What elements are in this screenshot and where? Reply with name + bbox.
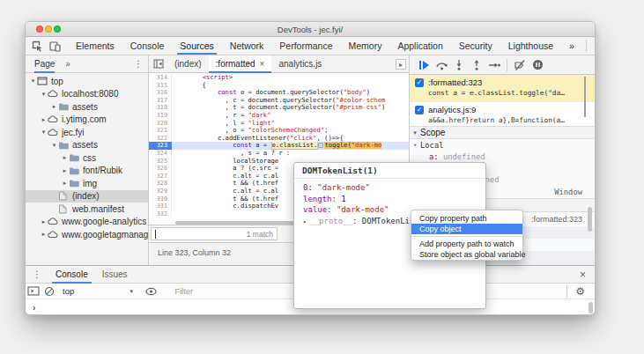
line-number[interactable]: 330 [149,195,172,203]
tab-lighthouse[interactable]: Lighthouse [500,37,561,55]
line-number[interactable]: 325 [149,158,172,166]
scope-variable-row[interactable]: a: undefined [410,151,596,162]
console-sidebar-toggle-icon[interactable] [26,285,41,298]
chevron-down-icon: ▾ [40,91,48,98]
tree-item--index-[interactable]: (index) [26,190,148,203]
menu-item-copy-property-path[interactable]: Copy property path [411,213,522,224]
tab-elements[interactable]: Elements [68,37,122,55]
tree-item-img[interactable]: ▸img [26,177,148,190]
sidebar-scrollbar[interactable] [584,77,586,117]
code-segment [172,89,218,96]
clear-console-icon[interactable] [41,285,57,298]
line-number[interactable]: 332 [149,210,172,218]
menu-item-copy-object[interactable]: Copy object [411,224,522,234]
tree-item-assets[interactable]: ▸assets [26,100,148,114]
step-button[interactable] [485,58,503,72]
pause-on-exceptions-button[interactable] [529,58,546,72]
tree-item-css[interactable]: ▸css [26,151,148,165]
code-segment: , o = [172,127,248,134]
chevron-right-icon[interactable]: ▸ [303,218,307,225]
editor-tab-analytics-js[interactable]: analytics.js [271,55,329,73]
tree-item-localhost-8080[interactable]: ▾localhost:8080 [26,88,148,101]
resume-button[interactable] [415,58,433,72]
breakpoint-entry[interactable]: ✓:formatted:323const a = e.classList.tog… [410,75,596,101]
menu-item-store-object-as-global-variable[interactable]: Store object as global variable [411,249,522,260]
line-number[interactable]: 317 [149,97,172,105]
navigator-more-tabs-chevron[interactable]: » [65,59,70,69]
editor-tab--formatted[interactable]: :formatted× [209,55,272,73]
scope-local-row[interactable]: ▾ Local [410,140,596,151]
line-number[interactable]: 321 [149,127,172,135]
devtools-window: DevTools - jec.fyi/ ElementsConsoleSourc… [25,21,596,315]
line-number[interactable]: 320 [149,120,172,128]
line-number[interactable]: 315 [149,82,172,90]
line-number[interactable]: 331 [149,203,172,210]
menu-item-add-property-path-to-watch[interactable]: Add property path to watch [411,239,522,249]
window-title: DevTools - jec.fyi/ [26,25,595,34]
line-number[interactable]: 328 [149,180,172,188]
tree-item-www-google-analytics[interactable]: ▸www.google-analytics [26,216,148,229]
console-scrollbar-thumb[interactable] [588,302,593,313]
breakpoint-entry[interactable]: ✓analytics.js:9a&&a.href}return a},B=fun… [410,101,596,126]
tree-item-assets[interactable]: ▾assets [26,139,148,152]
object-popover-anchor-icon[interactable] [318,143,323,148]
settings-gear-icon[interactable]: ⚙ [590,40,596,52]
navigator-menu-icon[interactable]: ⋮ [134,59,143,69]
object-property-row[interactable]: 0: "dark-mode" [294,182,485,194]
breakpoint-checkbox[interactable]: ✓ [415,106,424,114]
inspect-icon[interactable] [32,40,43,53]
console-settings-gear-icon[interactable]: ⚙ [571,285,589,298]
code-text: <script> [172,74,409,82]
editor-tab--index-[interactable]: (index) [167,55,209,73]
close-tab-icon[interactable]: × [260,59,265,69]
breakpoint-checkbox[interactable]: ✓ [415,78,424,87]
console-tab-issues[interactable]: Issues [95,266,135,284]
editor-tab-overflow-icon[interactable]: ▸ [396,59,406,70]
line-number[interactable]: 318 [149,104,172,112]
sidebar-scrollbar-thumb[interactable] [588,207,592,232]
line-number[interactable]: 323 [149,142,172,150]
tree-item-jec-fyi[interactable]: ▾jec.fyi [26,126,148,139]
step-over-button[interactable] [433,58,450,72]
tab-console[interactable]: Console [122,37,173,55]
live-expression-eye-icon[interactable] [143,285,159,298]
tab-page[interactable]: Page [34,55,55,73]
device-toolbar-icon[interactable] [49,40,61,53]
tab-memory[interactable]: Memory [340,37,389,55]
line-number[interactable]: 324 [149,150,172,158]
line-number[interactable]: 322 [149,135,172,143]
tab-performance[interactable]: Performance [271,37,340,55]
step-into-button[interactable] [450,58,468,72]
object-property-row[interactable]: length: 1 [294,194,485,205]
line-number[interactable]: 326 [149,165,172,173]
scope-section-header[interactable]: ▾ Scope [410,126,596,139]
deactivate-breakpoints-button[interactable] [511,58,529,72]
console-context-select[interactable]: top ▼ [63,286,134,296]
step-out-button[interactable] [468,58,485,72]
tree-item-www-googletagmanag[interactable]: ▸www.googletagmanag [26,228,148,241]
titlebar[interactable]: DevTools - jec.fyi/ [26,22,595,37]
console-filter-input[interactable] [173,285,305,297]
tab-application[interactable]: Application [389,37,450,55]
line-number[interactable]: 314 [149,74,172,82]
drawer-menu-icon[interactable]: ⋮ [33,269,41,279]
tab-security[interactable]: Security [451,37,500,55]
search-input[interactable]: 1 match [151,227,278,240]
line-number[interactable]: 329 [149,188,172,195]
tree-item-web-manifest[interactable]: web.manifest [26,203,148,216]
hide-navigator-icon[interactable] [152,58,165,70]
code-segment [172,142,233,149]
file-tree: ▾top▾localhost:8080▸assets▸i.ytimg.com▾j… [26,75,148,265]
line-number[interactable]: 319 [149,112,172,120]
line-number[interactable]: 327 [149,173,172,181]
code-text: , l = "light" [172,120,409,128]
console-tab-console[interactable]: Console [48,266,95,284]
tree-item-i-ytimg-com[interactable]: ▸i.ytimg.com [26,114,148,127]
tab-sources[interactable]: Sources [172,37,222,55]
line-number[interactable]: 316 [149,89,172,97]
tab-network[interactable]: Network [222,37,272,55]
close-drawer-icon[interactable]: × [580,269,586,281]
tree-item-font-rubik[interactable]: ▸font/Rubik [26,165,148,178]
main-tab-overflow-chevron[interactable]: » [561,37,582,55]
tree-item-top[interactable]: ▾top [26,75,148,88]
